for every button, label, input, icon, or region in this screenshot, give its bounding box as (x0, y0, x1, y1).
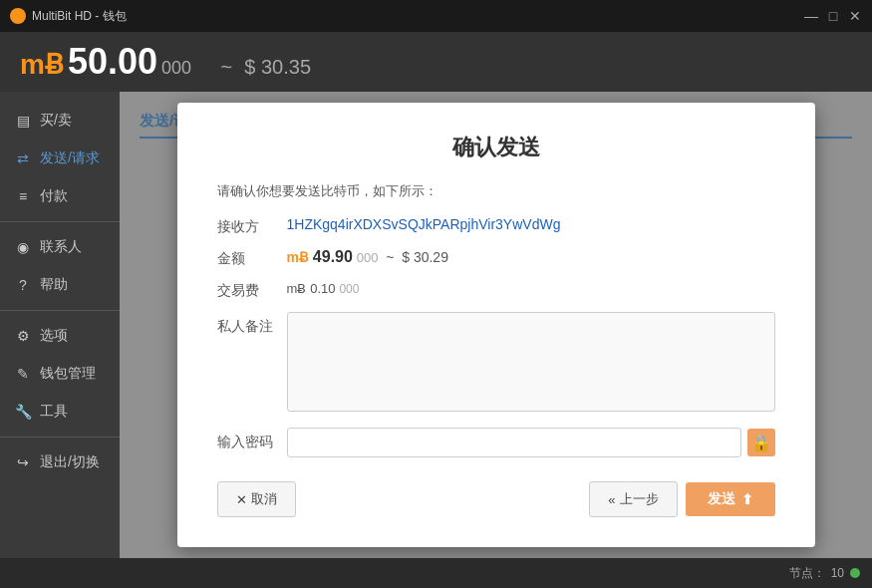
sidebar-divider-1 (0, 221, 120, 222)
node-label: 节点： (789, 565, 825, 582)
sidebar-item-send-request[interactable]: ⇄ 发送/请求 (0, 140, 120, 177)
titlebar: MultiBit HD - 钱包 — □ ✕ (0, 0, 872, 32)
amount-symbol: mɃ (287, 249, 309, 265)
close-button[interactable]: ✕ (848, 9, 862, 23)
fee-row: 交易费 mɃ 0.10 000 (217, 280, 775, 300)
password-input[interactable] (287, 428, 741, 457)
fee-symbol: mɃ (287, 281, 307, 296)
sidebar-item-help[interactable]: ? 帮助 (0, 266, 120, 304)
sidebar-label-buy-sell: 买/卖 (40, 112, 72, 130)
settings-icon: ⚙ (14, 328, 32, 344)
content-area: 发送/请求 确认发送 请确认你想要发送比特币，如下所示： 接收方 1HZKgq4… (120, 92, 872, 558)
balance-main: 50.00 (68, 41, 157, 83)
minimize-button[interactable]: — (804, 9, 818, 23)
node-status-dot (850, 568, 860, 578)
wallet-mgmt-icon: ✎ (14, 366, 32, 382)
contacts-icon: ◉ (14, 239, 32, 255)
modal-buttons: ✕ 取消 « 上一步 发送 ⬆ (217, 481, 775, 517)
balance-display: mɃ 50.00 000 ~ $ 30.35 (20, 41, 311, 83)
notes-row: 私人备注 (217, 312, 775, 412)
balance-small: 000 (161, 58, 191, 79)
balance-sep (203, 56, 209, 79)
sidebar-label-send-request: 发送/请求 (40, 149, 100, 167)
amount-row: 金额 mɃ 49.90 000 ~ $ 30.29 (217, 248, 775, 268)
sidebar-item-contacts[interactable]: ◉ 联系人 (0, 228, 120, 266)
cancel-label: 取消 (251, 490, 277, 508)
sidebar-label-wallet-mgmt: 钱包管理 (40, 365, 96, 383)
balance-usd: $ 30.35 (244, 56, 311, 79)
amount-dim: 000 (357, 250, 379, 265)
balance-symbol: mɃ (20, 48, 64, 81)
password-row: 输入密码 🔒 (217, 428, 775, 457)
notes-textarea[interactable] (287, 312, 775, 412)
sidebar-label-tools: 工具 (40, 403, 68, 421)
sidebar-item-wallet-mgmt[interactable]: ✎ 钱包管理 (0, 355, 120, 393)
fee-amount: 0.10 (310, 281, 335, 296)
notes-label: 私人备注 (217, 312, 287, 336)
cancel-button[interactable]: ✕ 取消 (217, 481, 296, 517)
send-button[interactable]: 发送 ⬆ (686, 482, 775, 516)
send-label: 发送 (708, 490, 735, 508)
amount-main: 49.90 (313, 248, 353, 265)
modal-subtitle: 请确认你想要发送比特币，如下所示： (217, 182, 775, 200)
buy-sell-icon: ▤ (14, 113, 32, 129)
recipient-address: 1HZKgq4irXDXSvSQJkPARpjhVir3YwVdWg (287, 216, 775, 232)
recipient-row: 接收方 1HZKgq4irXDXSvSQJkPARpjhVir3YwVdWg (217, 216, 775, 236)
tools-icon: 🔧 (14, 404, 32, 420)
modal-backdrop: 确认发送 请确认你想要发送比特币，如下所示： 接收方 1HZKgq4irXDXS… (120, 92, 872, 558)
cancel-x-icon: ✕ (236, 492, 247, 507)
sidebar-label-settings: 选项 (40, 327, 68, 345)
lock-icon[interactable]: 🔒 (747, 429, 775, 456)
sidebar: ▤ 买/卖 ⇄ 发送/请求 ≡ 付款 ◉ 联系人 ? 帮助 ⚙ 选项 ✎ 钱包管… (0, 92, 120, 558)
send-request-icon: ⇄ (14, 150, 32, 166)
sidebar-divider-2 (0, 310, 120, 311)
window-title: MultiBit HD - 钱包 (32, 8, 804, 25)
amount-value: mɃ 49.90 000 ~ $ 30.29 (287, 248, 775, 266)
sidebar-item-tools[interactable]: 🔧 工具 (0, 393, 120, 431)
sidebar-item-buy-sell[interactable]: ▤ 买/卖 (0, 102, 120, 140)
status-bar: 节点： 10 (0, 558, 872, 588)
confirm-send-modal: 确认发送 请确认你想要发送比特币，如下所示： 接收方 1HZKgq4irXDXS… (177, 103, 815, 547)
balance-sep-tilde: ~ (221, 56, 233, 79)
sidebar-item-payments[interactable]: ≡ 付款 (0, 177, 120, 215)
sidebar-label-payments: 付款 (40, 187, 68, 205)
header-balance-bar: mɃ 50.00 000 ~ $ 30.35 (0, 32, 872, 92)
fee-dim: 000 (339, 282, 359, 296)
sidebar-label-exit: 退出/切换 (40, 453, 100, 471)
password-input-wrap: 🔒 (287, 428, 775, 457)
amount-label: 金额 (217, 248, 287, 268)
sidebar-label-contacts: 联系人 (40, 238, 82, 256)
prev-button[interactable]: « 上一步 (589, 481, 677, 517)
amount-usd: $ 30.29 (402, 249, 448, 265)
maximize-button[interactable]: □ (826, 9, 840, 23)
sidebar-item-settings[interactable]: ⚙ 选项 (0, 317, 120, 355)
fee-value: mɃ 0.10 000 (287, 280, 775, 296)
app-logo (10, 8, 26, 24)
prev-icon: « (608, 492, 615, 507)
amount-sep: ~ (382, 249, 398, 265)
fee-label: 交易费 (217, 280, 287, 300)
right-buttons: « 上一步 发送 ⬆ (589, 481, 774, 517)
help-icon: ? (14, 277, 32, 293)
window-controls: — □ ✕ (804, 9, 862, 23)
main-layout: ▤ 买/卖 ⇄ 发送/请求 ≡ 付款 ◉ 联系人 ? 帮助 ⚙ 选项 ✎ 钱包管… (0, 92, 872, 558)
sidebar-label-help: 帮助 (40, 276, 68, 294)
recipient-label: 接收方 (217, 216, 287, 236)
payments-icon: ≡ (14, 188, 32, 204)
modal-title: 确认发送 (217, 133, 775, 162)
password-label: 输入密码 (217, 434, 287, 451)
prev-label: 上一步 (620, 490, 659, 508)
exit-icon: ↪ (14, 454, 32, 470)
sidebar-item-exit[interactable]: ↪ 退出/切换 (0, 443, 120, 481)
send-icon: ⬆ (741, 491, 753, 507)
node-count: 10 (831, 566, 844, 580)
sidebar-divider-3 (0, 437, 120, 438)
